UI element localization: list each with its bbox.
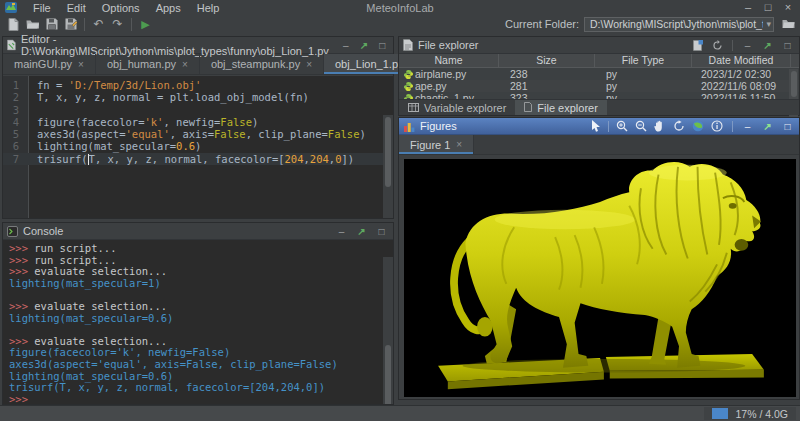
- python-file-icon: [402, 82, 415, 91]
- editor-tab-obj_steampunk.py[interactable]: obj_steampunk.py×: [200, 54, 324, 74]
- tab-label: obj_human.py: [107, 58, 176, 70]
- figures-titlebar: Figures: [399, 118, 799, 135]
- refresh-icon[interactable]: [710, 38, 725, 52]
- new-file-button[interactable]: [4, 16, 23, 32]
- console-line: lighting(mat_specular=1): [9, 278, 381, 290]
- code-line: 1fn = 'D:/Temp/3d/Lion.obj': [3, 79, 383, 91]
- console-panel-titlebar: Console – ↗ □: [3, 223, 393, 240]
- status-bar: 17% / 4.0G: [0, 405, 800, 421]
- tab-variable-explorer[interactable]: Variable explorer: [399, 100, 515, 115]
- tab-close-icon[interactable]: ×: [78, 59, 84, 70]
- editor-maximize-button[interactable]: □: [376, 38, 389, 52]
- browse-folder-button[interactable]: [779, 16, 798, 32]
- console-minimize-button[interactable]: –: [334, 224, 349, 238]
- meteoinfolab-window: FileEditOptionsAppsHelp MeteoInfoLab – □…: [0, 0, 800, 421]
- file-table-rows: airplane.py238py2023/1/2 02:30ape.py281p…: [399, 68, 799, 101]
- save-button[interactable]: [42, 16, 61, 32]
- console-scrollbar[interactable]: [383, 257, 393, 404]
- column-header-size[interactable]: Size: [499, 54, 595, 67]
- console-token: trisurf(T, x, y, z, normal, facecolor=[2…: [9, 381, 325, 393]
- main-toolbar: ↶ ↷ ▶ Current Folder: D:\Working\MIScrip…: [0, 15, 800, 33]
- figures-maximize-button[interactable]: □: [780, 119, 795, 133]
- chevron-down-icon[interactable]: ▾: [763, 19, 771, 29]
- window-minimize-button[interactable]: –: [738, 0, 758, 14]
- tab-label: obj_Lion_1.py: [335, 58, 404, 70]
- current-folder-label: Current Folder:: [505, 18, 579, 30]
- menu-help[interactable]: Help: [189, 2, 228, 14]
- tab-close-icon[interactable]: ×: [306, 59, 312, 70]
- file-row-airplane.py[interactable]: airplane.py238py2023/1/2 02:30: [399, 68, 799, 80]
- editor-minimize-button[interactable]: –: [339, 38, 352, 52]
- code-token: , clip_plane=: [246, 128, 328, 140]
- code-token: axes3d(aspect=: [37, 128, 126, 140]
- figures-tabbar: Figure 1 ×: [399, 135, 799, 155]
- editor-tab-mainGUI.py[interactable]: mainGUI.py×: [3, 54, 96, 74]
- window-maximize-button[interactable]: □: [758, 0, 778, 14]
- code-line: 6lighting(mat_specular=0.6): [3, 140, 383, 152]
- figure-canvas[interactable]: [404, 159, 796, 397]
- tab-close-icon[interactable]: ×: [182, 59, 188, 70]
- file-explorer-panel: File explorer – ↗ □ NameSizeFile TypeDat…: [398, 36, 800, 116]
- column-header-file-type[interactable]: File Type: [595, 54, 692, 67]
- menu-options[interactable]: Options: [94, 2, 148, 14]
- rotate-icon[interactable]: [670, 119, 687, 134]
- menu-file[interactable]: File: [25, 2, 59, 14]
- tab-label: obj_steampunk.py: [211, 58, 300, 70]
- redo-button[interactable]: ↷: [108, 16, 127, 32]
- editor-tab-obj_human.py[interactable]: obj_human.py×: [96, 54, 200, 74]
- lion-3d-model: [404, 159, 796, 397]
- zoom-in-icon[interactable]: [613, 119, 630, 134]
- new-file-panel-button[interactable]: [690, 38, 705, 52]
- tab-figure-1[interactable]: Figure 1 ×: [399, 135, 474, 154]
- titlebar: FileEditOptionsAppsHelp MeteoInfoLab – □…: [0, 0, 800, 15]
- tab-file-explorer[interactable]: File explorer: [515, 100, 607, 115]
- info-icon[interactable]: [708, 119, 725, 134]
- console-token: lighting(mat_specular=0.6): [9, 312, 173, 324]
- figures-minimize-button[interactable]: –: [740, 119, 755, 133]
- window-close-button[interactable]: ×: [778, 0, 798, 14]
- code-token: ): [252, 116, 258, 128]
- menu-edit[interactable]: Edit: [59, 2, 94, 14]
- column-header-name[interactable]: Name: [399, 54, 499, 67]
- editor-scrollbar-thumb[interactable]: [385, 117, 391, 187]
- code-token: 'k': [144, 116, 163, 128]
- globe-icon[interactable]: [689, 119, 706, 134]
- file-explorer-minimize-button[interactable]: –: [740, 38, 755, 52]
- console-scrollbar-thumb[interactable]: [385, 345, 391, 404]
- file-table-scrollbar-thumb[interactable]: [791, 71, 797, 97]
- console-token: axes3d(aspect='equal', axis=False, clip_…: [9, 358, 338, 370]
- console-token: >>>: [9, 242, 34, 254]
- code-text: axes3d(aspect='equal', axis=False, clip_…: [29, 128, 366, 140]
- figures-panel-title: Figures: [420, 120, 457, 132]
- editor-scrollbar[interactable]: [383, 115, 393, 218]
- code-editor-area[interactable]: 1fn = 'D:/Temp/3d/Lion.obj'2T, x, y, z, …: [3, 76, 393, 218]
- console-output-area[interactable]: >>> run script...>>> run script...>>> ev…: [3, 240, 393, 404]
- select-cursor-icon[interactable]: [587, 119, 604, 134]
- menubar: FileEditOptionsAppsHelp: [25, 2, 227, 14]
- line-number: 4: [3, 116, 29, 128]
- code-token: 0.6: [176, 140, 195, 152]
- figure-tab-close-icon[interactable]: ×: [456, 139, 462, 150]
- figure-tab-label: Figure 1: [410, 139, 450, 151]
- editor-float-button[interactable]: ↗: [357, 38, 370, 52]
- figures-float-button[interactable]: ↗: [760, 119, 775, 133]
- current-folder-select[interactable]: D:\Working\MIScript\Jython\mis\plot_type…: [584, 17, 774, 32]
- menu-apps[interactable]: Apps: [148, 2, 189, 14]
- undo-button[interactable]: ↶: [89, 16, 108, 32]
- column-header-date-modified[interactable]: Date Modified: [692, 54, 791, 67]
- file-explorer-title: File explorer: [418, 39, 479, 51]
- run-script-button[interactable]: ▶: [136, 16, 155, 32]
- pan-hand-icon[interactable]: [651, 119, 668, 134]
- file-explorer-maximize-button[interactable]: □: [780, 38, 795, 52]
- file-explorer-float-button[interactable]: ↗: [760, 38, 775, 52]
- open-folder-button[interactable]: [23, 16, 42, 32]
- current-folder-value: D:\Working\MIScript\Jython\mis\plot_type…: [590, 18, 763, 30]
- save-as-button[interactable]: [61, 16, 80, 32]
- zoom-out-icon[interactable]: [632, 119, 649, 134]
- code-token: 'D:/Temp/3d/Lion.obj': [69, 79, 202, 91]
- console-panel-title: Console: [23, 225, 63, 237]
- console-maximize-button[interactable]: □: [374, 224, 389, 238]
- file-row-ape.py[interactable]: ape.py281py2022/11/6 08:09: [399, 80, 799, 92]
- console-float-button[interactable]: ↗: [354, 224, 369, 238]
- memory-indicator[interactable]: 17% / 4.0G: [704, 407, 796, 420]
